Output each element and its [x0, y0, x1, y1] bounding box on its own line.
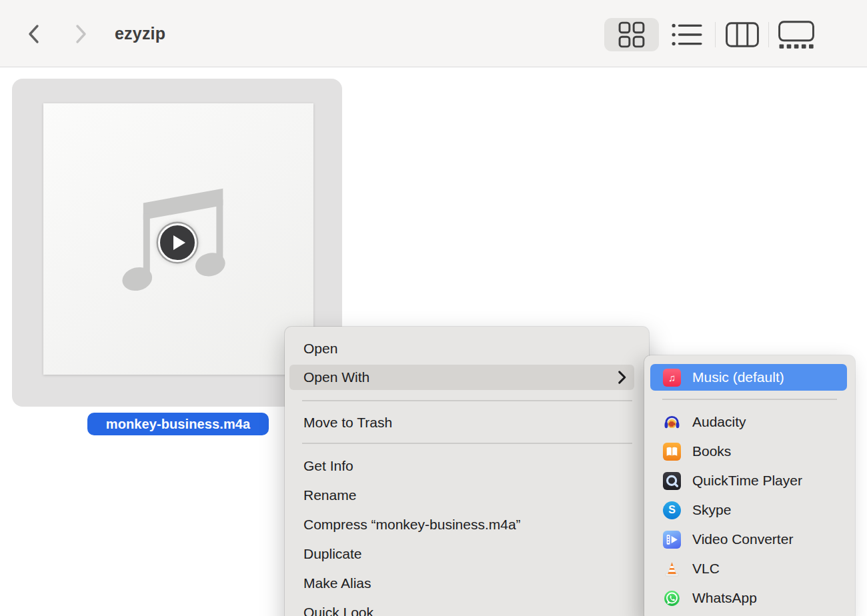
play-icon: [173, 235, 185, 250]
submenu-item-label: Books: [692, 443, 731, 459]
quicktime-app-icon: [663, 472, 681, 490]
menu-separator: [302, 443, 632, 444]
menu-item-label: Compress “monkey-business.m4a”: [303, 517, 521, 533]
vlc-app-icon: [663, 560, 681, 578]
submenu-item-label: WhatsApp: [692, 590, 757, 606]
menu-item-get-info[interactable]: Get Info: [289, 453, 634, 479]
menu-separator: [662, 399, 837, 400]
forward-button[interactable]: [69, 21, 92, 47]
toolbar-divider: [768, 22, 769, 47]
view-gallery-button[interactable]: [778, 21, 815, 49]
submenu-chevron-icon: [618, 370, 626, 385]
menu-item-rename[interactable]: Rename: [289, 482, 634, 509]
submenu-item-label: Music (default): [692, 369, 784, 385]
submenu-item-label: VLC: [692, 561, 720, 577]
video-converter-app-icon: [663, 531, 681, 549]
books-app-icon: [663, 443, 681, 461]
context-menu: Open Open With Move to Trash Get Info Re…: [285, 327, 649, 616]
submenu-item-label: Audacity: [692, 414, 746, 430]
submenu-item-video-converter[interactable]: Video Converter: [650, 526, 847, 553]
menu-item-duplicate[interactable]: Duplicate: [289, 541, 634, 567]
submenu-item-skype[interactable]: S Skype: [650, 497, 847, 523]
file-name-text: monkey-business.m4a: [106, 417, 250, 432]
file-name-label[interactable]: monkey-business.m4a: [87, 413, 269, 435]
whatsapp-app-icon: [663, 589, 681, 607]
list-view-icon: [672, 22, 702, 47]
submenu-item-label: Skype: [692, 502, 731, 518]
grid-view-icon: [618, 21, 645, 48]
menu-item-label: Quick Look: [303, 605, 373, 616]
chevron-right-icon: [73, 23, 88, 45]
toolbar-divider: [715, 22, 716, 47]
play-button[interactable]: [158, 223, 197, 262]
submenu-item-label: QuickTime Player: [692, 473, 802, 489]
view-columns-button[interactable]: [724, 21, 761, 49]
menu-item-label: Move to Trash: [303, 415, 392, 431]
menu-separator: [302, 400, 632, 401]
chevron-left-icon: [27, 23, 41, 45]
submenu-item-audacity[interactable]: Audacity: [650, 409, 847, 435]
window-title: ezyzip: [115, 24, 165, 43]
submenu-item-label: Video Converter: [692, 531, 793, 547]
columns-view-icon: [726, 22, 759, 47]
back-button[interactable]: [23, 21, 45, 47]
submenu-item-music[interactable]: ♫ Music (default): [650, 364, 847, 391]
menu-item-open[interactable]: Open: [289, 336, 634, 361]
view-grid-button[interactable]: [604, 18, 659, 51]
menu-item-label: Duplicate: [303, 546, 362, 562]
menu-item-label: Make Alias: [303, 575, 371, 591]
submenu-item-books[interactable]: Books: [650, 438, 847, 465]
menu-item-move-to-trash[interactable]: Move to Trash: [289, 409, 634, 436]
menu-item-label: Get Info: [303, 458, 353, 474]
submenu-item-vlc[interactable]: VLC: [650, 555, 847, 582]
menu-item-quick-look[interactable]: Quick Look: [289, 599, 634, 616]
menu-item-compress[interactable]: Compress “monkey-business.m4a”: [289, 511, 634, 538]
menu-item-make-alias[interactable]: Make Alias: [289, 570, 634, 597]
menu-item-label: Rename: [303, 487, 356, 503]
gallery-view-icon: [778, 21, 814, 49]
menu-item-open-with[interactable]: Open With: [289, 365, 634, 390]
skype-app-icon: S: [663, 501, 681, 519]
view-list-button[interactable]: [668, 21, 706, 49]
submenu-item-quicktime[interactable]: QuickTime Player: [650, 467, 847, 494]
menu-item-label: Open With: [303, 369, 369, 385]
music-app-icon: ♫: [663, 369, 681, 387]
submenu-item-whatsapp[interactable]: WhatsApp: [650, 585, 847, 611]
open-with-submenu: ♫ Music (default) Audacity Books: [644, 355, 855, 616]
audio-thumbnail: [43, 103, 313, 375]
finder-toolbar: ezyzip: [0, 0, 867, 67]
menu-item-label: Open: [303, 341, 337, 357]
audacity-app-icon: [663, 413, 681, 431]
